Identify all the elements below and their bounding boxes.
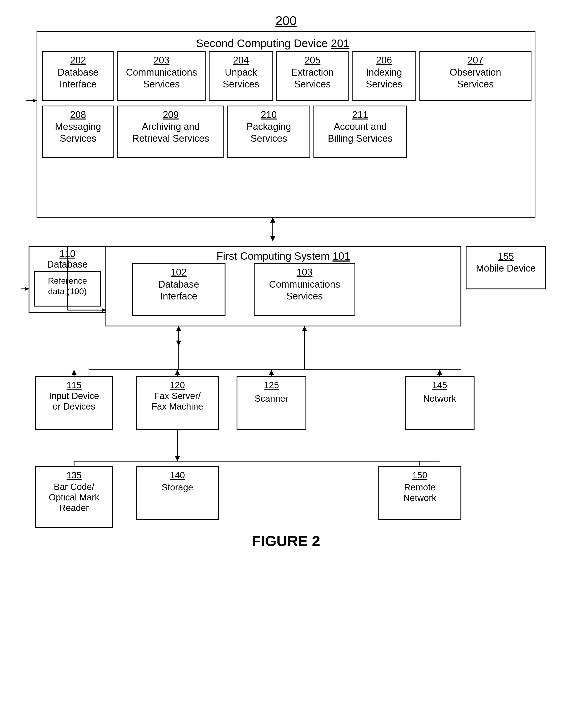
svg-text:150: 150 — [412, 470, 427, 480]
svg-text:125: 125 — [264, 380, 279, 390]
svg-text:Communications: Communications — [126, 67, 197, 78]
svg-text:Remote: Remote — [404, 482, 436, 492]
svg-text:Network: Network — [403, 493, 436, 503]
svg-text:Services: Services — [457, 79, 494, 89]
svg-marker-62 — [175, 456, 180, 461]
svg-text:Archiving and: Archiving and — [142, 121, 200, 132]
svg-text:205: 205 — [304, 55, 320, 66]
figure-caption: FIGURE 2 — [252, 533, 320, 549]
svg-text:207: 207 — [468, 55, 483, 66]
svg-text:Fax Machine: Fax Machine — [152, 401, 203, 411]
svg-text:Services: Services — [286, 291, 323, 302]
svg-text:Reader: Reader — [59, 503, 89, 513]
svg-text:Mobile Device: Mobile Device — [476, 263, 536, 274]
svg-text:or Devices: or Devices — [53, 401, 95, 411]
db-to-fcs-arrow-head — [102, 308, 106, 312]
scd-fcs-arrow-up — [270, 217, 275, 222]
svg-text:Observation: Observation — [450, 67, 501, 78]
second-computing-device-label: Second Computing Device 201 — [196, 37, 350, 50]
svg-text:Interface: Interface — [60, 79, 96, 89]
svg-text:Database: Database — [158, 279, 199, 290]
svg-text:145: 145 — [432, 380, 447, 390]
svg-text:206: 206 — [376, 55, 392, 66]
label-202: 202 — [70, 55, 86, 66]
svg-marker-53 — [175, 370, 180, 375]
svg-text:Services: Services — [366, 79, 402, 89]
page-title: 200 — [275, 13, 297, 28]
svg-text:103: 103 — [297, 267, 312, 278]
svg-text:Messaging: Messaging — [55, 121, 101, 132]
svg-text:Bar Code/: Bar Code/ — [54, 482, 94, 492]
svg-text:Database: Database — [58, 67, 98, 78]
svg-marker-48 — [71, 370, 77, 375]
svg-text:120: 120 — [170, 380, 185, 390]
svg-text:Billing Services: Billing Services — [328, 133, 393, 144]
svg-text:135: 135 — [67, 470, 82, 480]
svg-text:210: 210 — [261, 109, 277, 120]
svg-text:Retrieval Services: Retrieval Services — [132, 133, 209, 144]
svg-text:Services: Services — [294, 79, 331, 89]
svg-text:Extraction: Extraction — [291, 67, 334, 78]
svg-text:Indexing: Indexing — [366, 67, 402, 78]
svg-text:Network: Network — [423, 394, 456, 403]
svg-text:203: 203 — [153, 55, 169, 66]
svg-text:155: 155 — [498, 251, 514, 262]
svg-text:Communications: Communications — [269, 279, 340, 290]
svg-text:Unpack: Unpack — [225, 67, 258, 78]
svg-text:Scanner: Scanner — [255, 394, 288, 403]
svg-text:204: 204 — [233, 55, 249, 66]
svg-text:211: 211 — [352, 109, 368, 120]
svg-text:Packaging: Packaging — [246, 121, 291, 132]
svg-marker-57 — [269, 370, 274, 375]
svg-text:Optical Mark: Optical Mark — [49, 492, 99, 502]
svg-marker-61 — [437, 370, 442, 375]
svg-text:140: 140 — [170, 470, 185, 480]
left-arrow-db-head — [25, 287, 29, 291]
svg-text:Storage: Storage — [162, 482, 193, 492]
svg-text:Input Device: Input Device — [49, 391, 99, 401]
svg-text:Interface: Interface — [160, 291, 197, 302]
svg-text:Services: Services — [143, 79, 180, 89]
svg-text:Services: Services — [251, 133, 287, 144]
svg-text:First Computing System 101: First Computing System 101 — [217, 250, 350, 262]
svg-text:Fax Server/: Fax Server/ — [154, 391, 201, 401]
svg-text:Services: Services — [223, 79, 259, 89]
svg-text:115: 115 — [67, 380, 82, 390]
left-arrow-to-scd-head — [33, 99, 37, 103]
svg-text:208: 208 — [70, 109, 86, 120]
svg-text:Services: Services — [60, 133, 96, 144]
svg-text:Account and: Account and — [334, 121, 387, 132]
svg-text:209: 209 — [163, 109, 178, 120]
scd-fcs-arrow-down — [270, 236, 275, 241]
svg-text:102: 102 — [171, 267, 187, 278]
